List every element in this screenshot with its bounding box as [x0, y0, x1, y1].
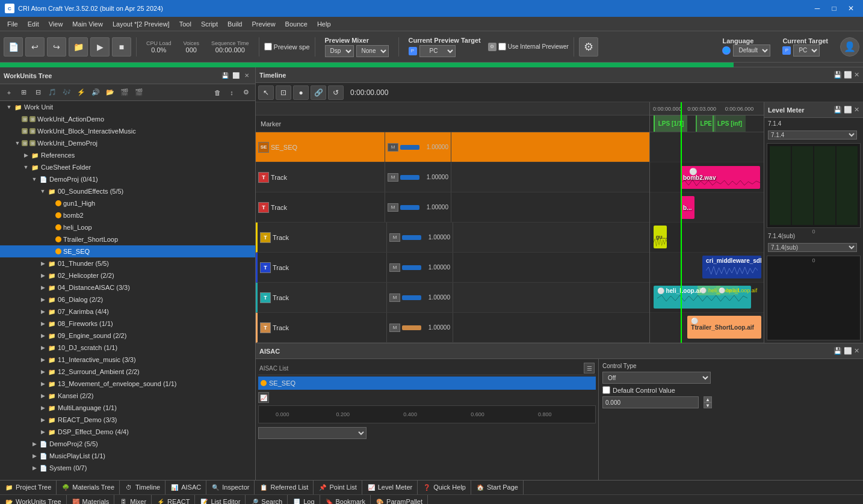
- status-tab-react[interactable]: ⚡ REACT: [152, 495, 195, 504]
- track-m-btn-4[interactable]: M: [389, 263, 400, 272]
- fader-bar-2[interactable]: [400, 205, 419, 210]
- track-m-btn-seseq[interactable]: M: [388, 143, 398, 152]
- preview-mixer-dsp[interactable]: Dsp: [325, 45, 354, 57]
- level-meter-dropdown[interactable]: 7.1.4: [768, 131, 857, 140]
- status-tab-inspector[interactable]: 🔍 Inspector: [206, 481, 255, 494]
- tree-settings-button[interactable]: ⚙: [240, 86, 253, 99]
- tree-item-react-demo[interactable]: ▶ 📁 REACT_Demo (3/3): [0, 414, 255, 426]
- fader-bar-3[interactable]: [402, 235, 421, 240]
- tree-item-11-interactive[interactable]: ▶ 📁 11_Interactive_music (3/3): [0, 354, 255, 366]
- fader-bar-4[interactable]: [402, 265, 421, 270]
- waveform-cri[interactable]: cri_middleware_sdk.wav: [702, 256, 761, 278]
- level-meter-close-btn[interactable]: ✕: [854, 106, 859, 113]
- tree-btn-6[interactable]: 🔊: [89, 86, 102, 99]
- open-button[interactable]: 📁: [69, 37, 88, 57]
- timeline-save-btn[interactable]: 💾: [834, 71, 842, 79]
- tree-item-wu-block[interactable]: ⊞ ⊞ WorkUnit_Block_InteractiveMusic: [0, 125, 255, 137]
- use-internal-previewer-checkbox[interactable]: [498, 43, 506, 51]
- track-m-btn-3[interactable]: M: [389, 233, 400, 242]
- stop-button[interactable]: ■: [112, 37, 131, 57]
- redo-button[interactable]: ↪: [47, 37, 66, 57]
- aisac-control-type-dropdown[interactable]: Off On: [602, 372, 711, 384]
- tree-btn-5[interactable]: ⚡: [75, 86, 88, 99]
- fader-bar-1[interactable]: [400, 175, 419, 180]
- status-tab-materials-tree[interactable]: 🌳 Materials Tree: [57, 481, 120, 494]
- tree-item-demoproj2[interactable]: ▶ 📄 DemoProj2 (5/5): [0, 438, 255, 450]
- tree-btn-1[interactable]: ⊞: [17, 86, 30, 99]
- aisac-spin-down[interactable]: ▼: [704, 402, 712, 408]
- tree-btn-4[interactable]: 🎶: [60, 86, 73, 99]
- menu-build[interactable]: Build: [223, 19, 247, 29]
- waveform-bomb2[interactable]: ⚪ bomb2.wav: [681, 166, 760, 189]
- tree-item-se-seq[interactable]: SE_SEQ: [0, 245, 255, 257]
- tree-item-heli-loop[interactable]: heli_Loop: [0, 221, 255, 233]
- status-tab-bookmark[interactable]: 🔖 Bookmark: [320, 495, 371, 504]
- fader-bar-5[interactable]: [402, 295, 421, 300]
- preview-mixer-none[interactable]: None: [356, 45, 389, 57]
- tree-item-musicplaylist[interactable]: ▶ 📄 MusicPlayList (1/1): [0, 450, 255, 462]
- language-dropdown[interactable]: Default: [733, 45, 770, 57]
- tree-item-system[interactable]: ▶ 📄 System (0/7): [0, 462, 255, 474]
- tree-item-bomb2[interactable]: bomb2: [0, 209, 255, 221]
- track-m-btn-2[interactable]: M: [388, 203, 398, 212]
- tree-btn-2[interactable]: ⊟: [31, 86, 45, 99]
- menu-mainview[interactable]: Main View: [67, 19, 108, 29]
- tree-item-09-engine[interactable]: ▶ 📁 09_Engine_sound (2/2): [0, 330, 255, 342]
- tl-select-tool[interactable]: ↖: [258, 85, 274, 100]
- tree-item-ttrailer[interactable]: Ttrailer_ShortLoop: [0, 233, 255, 245]
- timeline-expand-btn[interactable]: ⬜: [844, 71, 852, 79]
- status-tab-level-meter[interactable]: 📈 Level Meter: [362, 481, 418, 494]
- menu-layout[interactable]: Layout *[2 Preview]: [108, 19, 175, 29]
- tree-add-button[interactable]: +: [2, 86, 16, 99]
- preview-spe-checkbox[interactable]: [264, 43, 272, 51]
- play-button[interactable]: ▶: [90, 37, 110, 57]
- fader-bar-seseq[interactable]: [400, 145, 419, 150]
- menu-script[interactable]: Script: [196, 19, 223, 29]
- tree-item-06-dialog[interactable]: ▶ 📁 06_Dialog (2/2): [0, 293, 255, 306]
- status-tab-timeline[interactable]: ⏱ Timeline: [120, 481, 165, 494]
- status-tab-mixer[interactable]: 🎛 Mixer: [114, 495, 152, 504]
- waveform-b-short[interactable]: b...: [681, 196, 694, 219]
- aisac-default-checkbox[interactable]: [602, 386, 610, 394]
- tl-loop-tool[interactable]: ↺: [328, 85, 344, 100]
- menu-bounce[interactable]: Bounce: [280, 19, 312, 29]
- close-button[interactable]: ✕: [844, 3, 858, 14]
- status-tab-search[interactable]: 🔎 Search: [246, 495, 288, 504]
- tree-item-demoproj[interactable]: ▼ 📄 DemoProj (0/41): [0, 173, 255, 185]
- status-tab-work-units-tree[interactable]: 📂 WorkUnits Tree: [0, 495, 67, 504]
- current-target-dropdown[interactable]: PC: [793, 45, 820, 57]
- menu-preview[interactable]: Preview: [247, 19, 280, 29]
- aisac-close-btn[interactable]: ✕: [854, 347, 859, 354]
- tree-item-07-karimba[interactable]: ▶ 📁 07_Karimba (4/4): [0, 306, 255, 318]
- status-tab-param-pallet[interactable]: 🎨 ParamPallet: [371, 495, 428, 504]
- tree-btn-7[interactable]: 📂: [104, 86, 117, 99]
- track-m-btn-1[interactable]: M: [388, 173, 398, 182]
- tree-item-12-surround[interactable]: ▶ 📁 12_Surround_Ambient (2/2): [0, 366, 255, 378]
- status-tab-quick-help[interactable]: ❓ Quick Help: [418, 481, 471, 494]
- tree-item-cuesheet-folder[interactable]: ▼ 📁 CueSheet Folder: [0, 161, 255, 173]
- tree-item-wu-demo[interactable]: ▼ ⊞ ⊞ WorkUnit_DemoProj: [0, 137, 255, 149]
- tree-btn-3[interactable]: 🎵: [46, 86, 59, 99]
- maximize-button[interactable]: □: [827, 3, 841, 14]
- tree-item-references[interactable]: ▶ 📁 References: [0, 149, 255, 161]
- waveform-gun[interactable]: gu... gur...: [654, 226, 667, 248]
- aisac-default-value-input[interactable]: [602, 396, 699, 408]
- tree-btn-9[interactable]: 🎬: [132, 86, 146, 99]
- tree-item-dsp-effect[interactable]: ▶ 📁 DSP_Effect_Demo (4/4): [0, 426, 255, 438]
- left-panel-save[interactable]: 💾: [220, 71, 230, 81]
- tree-btn-8[interactable]: 🎬: [118, 86, 131, 99]
- level-sub-dropdown[interactable]: 7.1.4(sub): [768, 243, 857, 252]
- minimize-button[interactable]: ─: [810, 3, 824, 14]
- status-tab-referred-list[interactable]: 📋 Referred List: [255, 481, 314, 494]
- status-tab-list-editor[interactable]: 📝 List Editor: [195, 495, 246, 504]
- status-tab-log[interactable]: 📃 Log: [288, 495, 320, 504]
- tree-item-multilanguage[interactable]: ▶ 📁 MultiLanguage (1/1): [0, 402, 255, 414]
- tree-item-04-distanceaisac[interactable]: ▶ 📁 04_DistanceAISAC (3/3): [0, 281, 255, 293]
- status-tab-start-page[interactable]: 🏠 Start Page: [471, 481, 524, 494]
- status-tab-materials[interactable]: 🧱 Materials: [67, 495, 115, 504]
- tree-item-10-dj[interactable]: ▶ 📁 10_DJ_scratch (1/1): [0, 342, 255, 354]
- tree-item-workunit-root[interactable]: ▼ 📁 Work Unit: [0, 101, 255, 113]
- tree-item-kansei[interactable]: ▶ 📁 Kansei (2/2): [0, 390, 255, 402]
- waveform-ttrailer[interactable]: ⚪ Ttrailer_ShortLoop.aif: [687, 316, 761, 339]
- undo-button[interactable]: ↩: [25, 37, 45, 57]
